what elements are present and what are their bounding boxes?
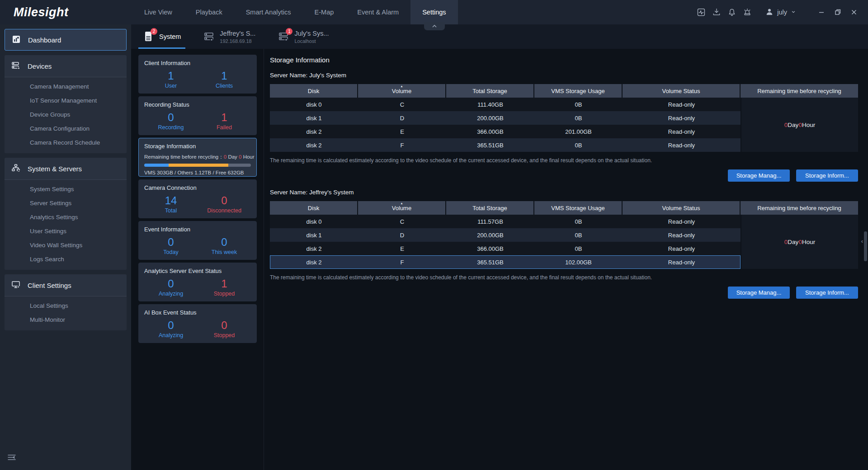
remaining-time-note: The remaining time is calculated estimat… <box>270 274 858 281</box>
devices-icon <box>11 61 20 71</box>
storage-information-button[interactable]: Storage Inform... <box>796 287 858 299</box>
table-row[interactable]: disk 0C111.40GB0BRead-only <box>270 98 741 111</box>
july-tab-badge: 1 <box>286 28 292 35</box>
nav-playback[interactable]: Playback <box>184 0 234 24</box>
close-button[interactable] <box>847 5 861 19</box>
sidebar-group-client-settings-header[interactable]: Client Settings <box>5 274 127 296</box>
table-row[interactable]: disk 1D200.00GB0BRead-only <box>270 228 741 242</box>
sidebar-item-camera-management[interactable]: Camera Management <box>5 80 127 94</box>
table-row[interactable]: disk 2E366.00GB201.00GBRead-only <box>270 125 741 138</box>
sidebar-item-server-settings[interactable]: Server Settings <box>5 196 127 210</box>
button-row: Storage Manag... Storage Inform... <box>270 169 858 182</box>
system-status-icon[interactable] <box>693 5 709 19</box>
clients-count: 1 <box>198 70 251 82</box>
tab-strip: 2 System Jeffrey's S... 192.168.69.18 <box>131 24 868 49</box>
column-header-volume-status[interactable]: Volume Status <box>623 201 741 215</box>
remaining-time-note: The remaining time is calculated estimat… <box>270 157 858 164</box>
sidebar-item-device-groups[interactable]: Device Groups <box>5 108 127 122</box>
storage-information-button[interactable]: Storage Inform... <box>796 169 858 182</box>
top-navigation: Live View Playback Smart Analytics E-Map… <box>132 0 458 24</box>
column-header-remaining-time[interactable]: Remaining time before recycling <box>741 201 858 215</box>
tab-system[interactable]: 2 System <box>136 24 188 49</box>
sidebar-item-dashboard[interactable]: Dashboard <box>5 29 127 51</box>
server-name-jeffreys-system: Server Name: Jeffrey's System <box>270 189 858 196</box>
column-header-vms-storage-usage[interactable]: VMS Storage Usage <box>534 201 623 215</box>
top-bar: Milesight Live View Playback Smart Analy… <box>0 0 868 24</box>
remaining-time-cell: 0Day0Hour <box>741 98 858 152</box>
card-recording-status[interactable]: Recording Status 0Recording 1Failed <box>138 96 257 135</box>
sidebar-item-system-settings[interactable]: System Settings <box>5 182 127 196</box>
card-ai-box-event-status[interactable]: AI Box Event Status 0Analyzing 0Stopped <box>138 304 257 343</box>
camera-total-count: 14 <box>144 194 198 207</box>
sidebar-group-label: Devices <box>28 62 52 70</box>
storage-table-jeffreys-system: Disk ▲Volume Total Storage VMS Storage U… <box>270 201 858 269</box>
user-icon <box>765 7 774 18</box>
tab-subtitle: 192.168.69.18 <box>220 38 255 44</box>
sort-asc-icon: ▲ <box>400 85 403 88</box>
column-header-volume[interactable]: ▲Volume <box>358 201 446 215</box>
system-tab-icon: 2 <box>143 31 154 42</box>
table-row[interactable]: disk 2F365.51GB0BRead-only <box>270 138 741 152</box>
download-center-icon[interactable] <box>709 5 724 19</box>
storage-management-button[interactable]: Storage Manag... <box>728 287 790 299</box>
window-controls <box>815 5 861 19</box>
notification-bell-icon[interactable] <box>724 5 740 19</box>
table-row[interactable]: disk 0C111.57GB0BRead-only <box>270 215 741 228</box>
panel-expand-handle[interactable]: ‹ <box>861 238 863 244</box>
sidebar-item-camera-record-schedule[interactable]: Camera Record Schedule <box>5 136 127 150</box>
nav-smart-analytics[interactable]: Smart Analytics <box>234 0 303 24</box>
tab-jeffreys-system[interactable]: Jeffrey's S... 192.168.69.18 <box>196 24 263 49</box>
column-header-volume-status[interactable]: Volume Status <box>623 84 741 98</box>
nav-event-alarm[interactable]: Event & Alarm <box>345 0 410 24</box>
sidebar: Dashboard Devices Camera Management IoT … <box>0 24 131 470</box>
vertical-scrollbar-thumb[interactable] <box>864 231 867 261</box>
remaining-time-cell: 0Day0Hour <box>741 215 858 269</box>
server-icon: 1 <box>278 31 289 42</box>
column-header-total-storage[interactable]: Total Storage <box>446 201 534 215</box>
alarm-siren-icon[interactable] <box>740 5 755 19</box>
nav-live-view[interactable]: Live View <box>132 0 184 24</box>
card-analytics-server-event-status[interactable]: Analytics Server Event Status 0Analyzing… <box>138 263 257 301</box>
server-icon <box>203 31 214 42</box>
camera-disconnected-count: 0 <box>198 194 251 207</box>
column-header-vms-storage-usage[interactable]: VMS Storage Usage <box>534 84 623 98</box>
table-row-selected[interactable]: disk 2F365.51GB102.00GBRead-only <box>270 255 741 269</box>
sidebar-item-analytics-settings[interactable]: Analytics Settings <box>5 210 127 224</box>
sidebar-group-system-servers-header[interactable]: System & Servers <box>5 158 127 179</box>
restore-button[interactable] <box>831 5 844 19</box>
nav-e-map[interactable]: E-Map <box>303 0 346 24</box>
sidebar-item-user-settings[interactable]: User Settings <box>5 224 127 238</box>
sidebar-item-logs-search[interactable]: Logs Search <box>5 252 127 266</box>
system-servers-icon <box>11 164 20 174</box>
column-header-disk[interactable]: Disk <box>270 84 358 98</box>
card-camera-connection[interactable]: Camera Connection 14Total 0Disconnected <box>138 179 257 218</box>
column-header-remaining-time[interactable]: Remaining time before recycling <box>741 84 858 98</box>
table-row[interactable]: disk 2E366.00GB0BRead-only <box>270 242 741 255</box>
sidebar-item-video-wall-settings[interactable]: Video Wall Settings <box>5 238 127 252</box>
column-header-total-storage[interactable]: Total Storage <box>446 84 534 98</box>
sidebar-item-camera-configuration[interactable]: Camera Configuration <box>5 122 127 136</box>
nav-settings[interactable]: Settings <box>410 0 458 24</box>
failed-count: 1 <box>198 111 251 124</box>
sidebar-item-multi-monitor[interactable]: Multi-Monitor <box>5 313 127 327</box>
sidebar-item-local-settings[interactable]: Local Settings <box>5 299 127 313</box>
tab-julys-system[interactable]: 1 July's Sys... Localhost <box>271 24 336 49</box>
recording-count: 0 <box>144 111 198 124</box>
storage-management-button[interactable]: Storage Manag... <box>728 169 790 182</box>
column-header-disk[interactable]: Disk <box>270 201 358 215</box>
column-header-volume[interactable]: ▲Volume <box>358 84 446 98</box>
storage-bar-vms-segment <box>144 164 169 167</box>
table-row[interactable]: disk 1D200.00GB0BRead-only <box>270 111 741 125</box>
card-storage-information[interactable]: Storage Information Remaining time befor… <box>138 138 257 177</box>
sidebar-item-iot-sensor-management[interactable]: IoT Sensor Management <box>5 94 127 108</box>
sidebar-collapse-icon[interactable] <box>7 454 16 463</box>
milesight-logo: Milesight <box>0 5 132 19</box>
sidebar-group-devices-header[interactable]: Devices <box>5 55 127 77</box>
user-menu[interactable]: july <box>765 7 797 18</box>
tabstrip-collapse-button[interactable] <box>424 22 445 30</box>
card-event-information[interactable]: Event Information 0Today 0This week <box>138 221 257 260</box>
card-client-information[interactable]: Client Information 1User 1Clients <box>138 55 257 94</box>
minimize-button[interactable] <box>815 5 828 19</box>
system-tab-badge: 2 <box>151 28 157 35</box>
user-count: 1 <box>144 70 198 82</box>
